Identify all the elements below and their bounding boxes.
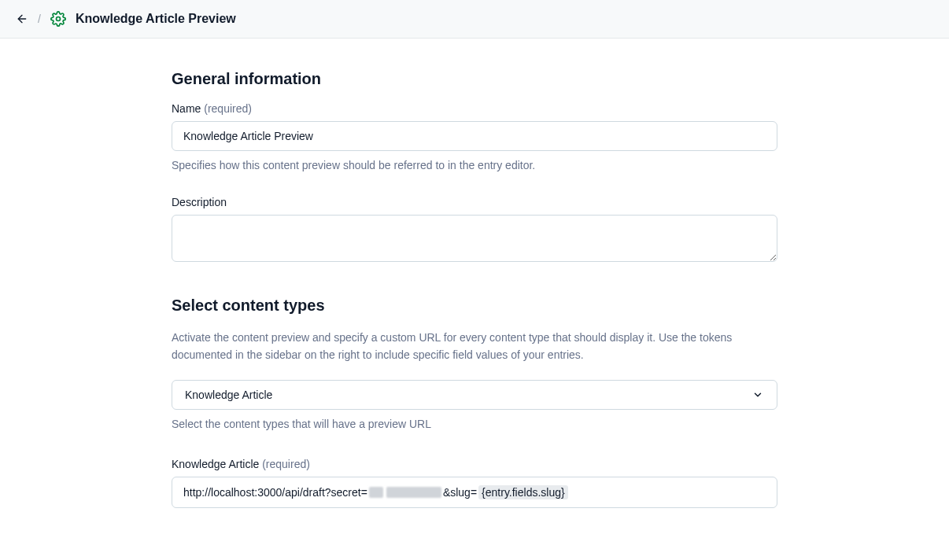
breadcrumb-separator: /: [38, 13, 41, 25]
url-token: {entry.fields.slug}: [478, 485, 568, 499]
description-label: Description: [172, 196, 777, 208]
url-field-label-text: Knowledge Article: [172, 458, 259, 470]
main-content: General information Name (required) Spec…: [172, 39, 777, 560]
content-types-heading: Select content types: [172, 297, 777, 315]
url-field-label: Knowledge Article (required): [172, 458, 777, 470]
url-middle: &slug=: [443, 486, 477, 499]
name-label-text: Name: [172, 102, 201, 115]
back-icon[interactable]: [16, 13, 28, 25]
name-required-hint: (required): [204, 102, 252, 115]
content-type-select[interactable]: Knowledge Article: [172, 380, 777, 410]
content-types-description: Activate the content preview and specify…: [172, 329, 777, 364]
content-type-select-help: Select the content types that will have …: [172, 416, 777, 433]
page-title: Knowledge Article Preview: [76, 12, 236, 26]
url-prefix: http://localhost:3000/api/draft?secret=: [183, 486, 367, 499]
description-field-group: Description: [172, 196, 777, 265]
redacted-segment: [369, 487, 383, 498]
gear-icon: [50, 11, 66, 27]
content-type-selected-label: Knowledge Article: [185, 389, 272, 401]
name-field-group: Name (required) Specifies how this conte…: [172, 102, 777, 174]
description-input[interactable]: [172, 215, 777, 262]
content-types-section: Select content types Activate the conten…: [172, 297, 777, 508]
name-input[interactable]: [172, 121, 777, 151]
page-header: / Knowledge Article Preview: [0, 0, 949, 39]
svg-point-1: [56, 17, 60, 21]
url-field-required-hint: (required): [262, 458, 310, 470]
name-label: Name (required): [172, 102, 777, 115]
url-input[interactable]: http://localhost:3000/api/draft?secret= …: [172, 477, 777, 508]
redacted-segment: [386, 487, 441, 498]
general-info-heading: General information: [172, 70, 777, 88]
name-help-text: Specifies how this content preview shoul…: [172, 157, 777, 174]
chevron-down-icon: [751, 389, 764, 401]
url-field-group: Knowledge Article (required) http://loca…: [172, 458, 777, 508]
